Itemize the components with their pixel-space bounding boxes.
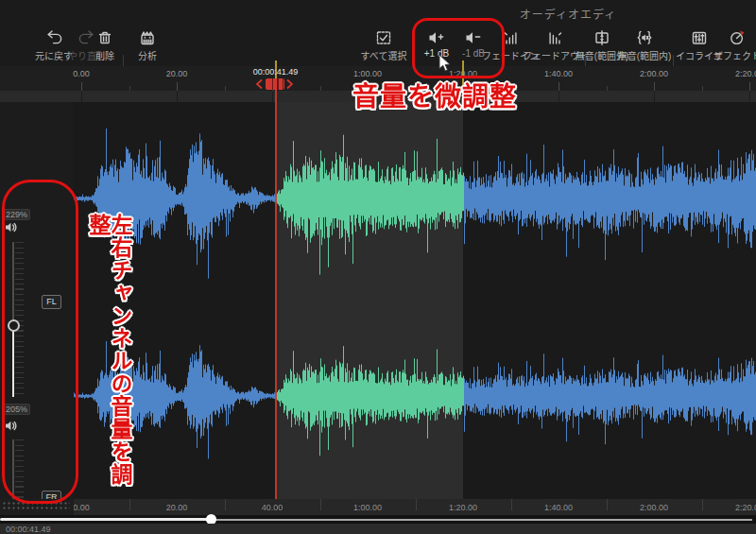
ruler-band-tick	[654, 91, 655, 102]
status-bar: 00:00:41.49	[0, 524, 756, 534]
bottom-ruler-time-label: 1:40.00	[544, 503, 573, 512]
toolbar: 元に戻す やり直し 削除 分析	[0, 24, 756, 66]
bottom-ruler-tick	[511, 499, 512, 510]
ruler-time-label: 20.00	[166, 69, 188, 78]
ruler-major-tick	[81, 82, 82, 91]
silence-inside-label: 無音(範囲内)	[618, 48, 672, 62]
bottom-ruler-time-label: 1:00.00	[353, 503, 382, 512]
effects-button[interactable]: エフェクト	[707, 27, 756, 66]
analyze-button[interactable]: 分析	[117, 27, 178, 66]
ruler-major-tick	[654, 82, 655, 91]
ruler-time-label: 2:20.00	[735, 69, 756, 78]
silence-outside-icon	[593, 27, 611, 47]
bottom-ruler-time-label: 2:20.00	[735, 503, 756, 512]
ruler-band-tick	[272, 91, 273, 102]
ruler-major-tick	[749, 82, 750, 91]
ruler-major-tick	[177, 82, 178, 91]
silence-inside-button[interactable]: 無音(範囲内)	[614, 27, 675, 66]
ruler-band-tick	[81, 91, 82, 102]
waveform-view[interactable]	[74, 102, 756, 499]
ruler-major-tick	[558, 82, 559, 91]
ruler-band-tick	[558, 91, 559, 102]
timeline-ruler[interactable]: 0.0020.001:00.001:20.001:40.002:00.002:2…	[0, 66, 756, 91]
bottom-ruler-tick	[416, 499, 417, 510]
analyze-icon	[138, 27, 157, 47]
equalizer-icon	[690, 27, 709, 47]
analyze-label: 分析	[138, 48, 157, 62]
timeline-ruler-band[interactable]	[0, 91, 756, 102]
select-all-icon	[374, 27, 393, 47]
grip-dots	[2, 501, 70, 510]
ruler-time-label: 1:40.00	[544, 69, 573, 78]
bottom-ruler-time-label: 20.00	[166, 503, 188, 512]
ruler-time-label: 0.00	[73, 69, 90, 78]
ruler-band-tick	[368, 91, 369, 102]
select-all-label: すべて選択	[361, 48, 407, 62]
playhead-line[interactable]	[275, 89, 277, 499]
waveform-canvas[interactable]	[74, 102, 756, 499]
bottom-ruler-time-label: 0.00	[73, 503, 90, 512]
ruler-band-tick	[749, 91, 750, 102]
fade-out-icon	[546, 27, 565, 47]
titlebar: オーディオエディター	[0, 0, 756, 24]
fade-in-icon	[501, 27, 520, 47]
delete-label: 削除	[95, 48, 114, 62]
bottom-ruler-time-label: 2:00.00	[640, 503, 668, 512]
status-time: 00:00:41.49	[6, 525, 51, 534]
ruler-band-tick	[177, 91, 178, 102]
fl-slider-track[interactable]	[12, 242, 14, 322]
effects-dial-icon	[728, 27, 747, 47]
fl-channel-badge: FL	[42, 295, 61, 309]
trash-icon	[95, 27, 114, 47]
bottom-ruler-tick	[129, 499, 130, 510]
fl-speaker-icon[interactable]	[5, 221, 18, 233]
select-all-button[interactable]: すべて選択	[353, 27, 414, 66]
current-time-label: 00:00:41.49	[240, 67, 311, 77]
fl-slider-track-filled[interactable]	[12, 331, 15, 397]
panel-bottom	[0, 499, 74, 515]
selection-end-marker[interactable]	[462, 60, 464, 102]
bottom-ruler-tick	[702, 499, 703, 510]
fr-speaker-icon[interactable]	[5, 420, 18, 432]
bottom-timeline-ruler[interactable]: 0.0020.0040.001:00.001:20.001:40.002:00.…	[74, 499, 756, 515]
channel-panel: 229% FL 205% FR	[0, 102, 74, 515]
bottom-ruler-tick	[607, 499, 608, 510]
fl-volume-percent: 229%	[3, 209, 30, 220]
bottom-ruler-time-label: 40.00	[262, 503, 284, 512]
bottom-ruler-tick	[320, 499, 321, 510]
ruler-major-tick	[368, 82, 369, 91]
seek-line[interactable]	[212, 519, 752, 521]
fr-volume-percent: 205%	[3, 404, 30, 415]
silence-inside-icon	[635, 27, 654, 47]
ruler-time-label: 2:00.00	[640, 69, 668, 78]
bottom-ruler-time-label: 1:20.00	[449, 503, 477, 512]
ruler-time-label: 1:00.00	[353, 69, 382, 78]
scrubber-left-arrow-icon[interactable]	[255, 78, 263, 90]
bottom-ruler-tick	[225, 499, 226, 510]
fl-volume-slider-handle[interactable]	[8, 319, 20, 332]
scrubber-right-arrow-icon[interactable]	[286, 78, 294, 90]
effects-label: エフェクト	[713, 48, 756, 62]
seek-strip[interactable]	[0, 515, 756, 524]
audio-editor-window: オーディオエディター 元に戻す やり直し 削除	[0, 0, 756, 534]
seek-line-filled[interactable]	[0, 518, 212, 521]
